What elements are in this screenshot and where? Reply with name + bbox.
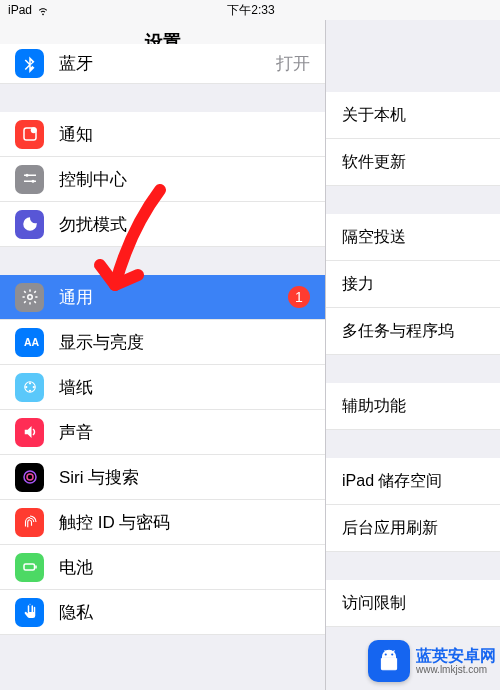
wallpaper-icon — [15, 373, 44, 402]
sidebar-item-control-center[interactable]: 控制中心 — [0, 157, 325, 202]
sidebar-item-wallpaper[interactable]: 墙纸 — [0, 365, 325, 410]
status-bar: iPad 下午2:33 — [0, 0, 500, 20]
svg-point-12 — [25, 386, 27, 388]
detail-item-background-refresh[interactable]: 后台应用刷新 — [326, 505, 500, 552]
svg-point-18 — [391, 653, 393, 655]
control-center-icon — [15, 165, 44, 194]
settings-sidebar: 设置 蓝牙 打开 通知 控制中心 勿扰模式 — [0, 20, 326, 690]
svg-point-9 — [28, 382, 30, 384]
svg-point-1 — [30, 127, 36, 133]
device-name: iPad — [8, 3, 32, 17]
sidebar-item-privacy[interactable]: 隐私 — [0, 590, 325, 635]
notification-badge: 1 — [288, 286, 310, 308]
bluetooth-icon — [15, 49, 44, 78]
row-label: 蓝牙 — [59, 52, 261, 75]
sidebar-item-bluetooth[interactable]: 蓝牙 打开 — [0, 44, 325, 84]
sidebar-item-touchid[interactable]: 触控 ID 与密码 — [0, 500, 325, 545]
detail-item-restrictions[interactable]: 访问限制 — [326, 580, 500, 627]
watermark: 蓝英安卓网 www.lmkjst.com — [368, 640, 496, 682]
svg-point-10 — [32, 386, 34, 388]
watermark-logo-icon — [368, 640, 410, 682]
sidebar-item-general[interactable]: 通用 1 — [0, 275, 325, 320]
svg-point-13 — [24, 471, 36, 483]
sidebar-item-sound[interactable]: 声音 — [0, 410, 325, 455]
row-label: 显示与亮度 — [59, 331, 310, 354]
hand-icon — [15, 598, 44, 627]
svg-rect-15 — [24, 564, 35, 570]
detail-item-handoff[interactable]: 接力 — [326, 261, 500, 308]
svg-point-11 — [28, 390, 30, 392]
detail-item-software-update[interactable]: 软件更新 — [326, 139, 500, 186]
row-label: 触控 ID 与密码 — [59, 511, 310, 534]
row-label: 通用 — [59, 286, 273, 309]
detail-item-accessibility[interactable]: 辅助功能 — [326, 383, 500, 430]
detail-item-multitask[interactable]: 多任务与程序坞 — [326, 308, 500, 355]
svg-text:AA: AA — [24, 336, 39, 348]
sidebar-item-siri[interactable]: Siri 与搜索 — [0, 455, 325, 500]
watermark-url: www.lmkjst.com — [416, 664, 496, 675]
detail-item-airdrop[interactable]: 隔空投送 — [326, 214, 500, 261]
moon-icon — [15, 210, 44, 239]
svg-rect-5 — [24, 181, 36, 183]
row-label: 电池 — [59, 556, 310, 579]
row-label: 控制中心 — [59, 168, 310, 191]
sidebar-item-battery[interactable]: 电池 — [0, 545, 325, 590]
detail-item-storage[interactable]: iPad 储存空间 — [326, 458, 500, 505]
row-value: 打开 — [276, 52, 310, 75]
gear-icon — [15, 283, 44, 312]
row-label: 隐私 — [59, 601, 310, 624]
svg-rect-3 — [24, 175, 36, 177]
siri-icon — [15, 463, 44, 492]
battery-icon — [15, 553, 44, 582]
row-label: 勿扰模式 — [59, 213, 310, 236]
row-label: Siri 与搜索 — [59, 466, 310, 489]
svg-rect-16 — [35, 566, 37, 569]
clock: 下午2:33 — [227, 2, 274, 19]
svg-point-17 — [385, 653, 387, 655]
row-label: 通知 — [59, 123, 310, 146]
svg-point-6 — [27, 295, 32, 300]
row-label: 声音 — [59, 421, 310, 444]
watermark-title: 蓝英安卓网 — [416, 647, 496, 665]
row-label: 墙纸 — [59, 376, 310, 399]
sidebar-item-display[interactable]: AA 显示与亮度 — [0, 320, 325, 365]
sidebar-item-dnd[interactable]: 勿扰模式 — [0, 202, 325, 247]
display-icon: AA — [15, 328, 44, 357]
wifi-icon — [36, 3, 50, 17]
detail-pane: 关于本机 软件更新 隔空投送 接力 多任务与程序坞 辅助功能 iPad 储存空间… — [326, 20, 500, 690]
detail-item-about[interactable]: 关于本机 — [326, 92, 500, 139]
sidebar-item-notifications[interactable]: 通知 — [0, 112, 325, 157]
notifications-icon — [15, 120, 44, 149]
fingerprint-icon — [15, 508, 44, 537]
sound-icon — [15, 418, 44, 447]
svg-point-14 — [27, 474, 33, 480]
